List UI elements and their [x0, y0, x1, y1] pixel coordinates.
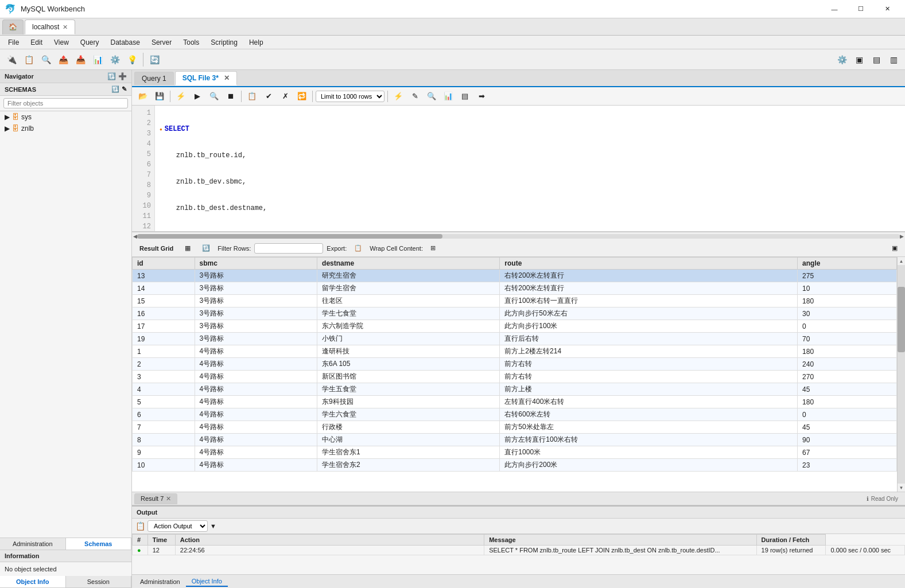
result-tab-7[interactable]: Result 7 ✕ [134, 493, 177, 504]
format-button[interactable]: ▤ [457, 89, 472, 104]
execute-button[interactable]: ⚡ [173, 89, 188, 104]
menu-file[interactable]: File [2, 37, 25, 48]
col-id[interactable]: id [133, 258, 195, 270]
migration-wizard-button[interactable]: 🔄 [146, 52, 162, 68]
code-area[interactable]: ●SELECT znlb.tb_route.id, znlb.tb_dev.sb… [155, 106, 905, 232]
output-arrow-icon[interactable]: ▼ [210, 523, 216, 529]
add-icon[interactable]: ➕ [118, 72, 127, 80]
object-info-tab[interactable]: Object Info [0, 576, 66, 587]
schemas-add-icon[interactable]: ✎ [122, 85, 127, 93]
result-grid[interactable]: id sbmc destname route angle 133号路标研究生宿舍… [132, 257, 905, 492]
close-button[interactable]: ✕ [874, 0, 900, 18]
open-file-button[interactable]: 📂 [135, 89, 150, 104]
col-sbmc[interactable]: sbmc [195, 258, 317, 270]
rollback-button[interactable]: ✗ [278, 89, 293, 104]
bottom-tab-admin[interactable]: Administration [134, 577, 186, 586]
menu-scripting[interactable]: Scripting [205, 37, 243, 48]
commit-button[interactable]: ✔ [261, 89, 276, 104]
view-toggle-2[interactable]: ▤ [868, 52, 884, 68]
table-row[interactable]: 143号路标留学生宿舍右转200米左转直行10 [133, 282, 897, 295]
table-row[interactable]: 193号路标小铁门直行后右转70 [133, 333, 897, 345]
wrap-toggle-button[interactable]: ⊞ [426, 243, 440, 254]
limit-rows-select[interactable]: Limit to 1000 rows No limit Limit to 10 … [316, 91, 384, 102]
table-row[interactable]: 14号路标逢研科技前方上2楼左转214180 [133, 345, 897, 358]
col-route[interactable]: route [500, 258, 798, 270]
explain-query-button[interactable]: 🔍 [207, 89, 222, 104]
result-grid-button[interactable]: Result Grid [135, 243, 177, 254]
view-toggle-1[interactable]: ▣ [851, 52, 867, 68]
menu-query[interactable]: Query [75, 37, 105, 48]
new-connection-button[interactable]: 🔌 [3, 52, 20, 68]
grid-view-icon[interactable]: ▦ [181, 243, 195, 254]
query-stats-button[interactable]: 📊 [441, 89, 456, 104]
refresh-icon[interactable]: 🔃 [107, 72, 116, 80]
schema-item-znlb[interactable]: ▶ 🗄 znlb [0, 123, 131, 134]
schema-inspector-button[interactable]: 🔍 [38, 52, 54, 68]
table-row[interactable]: 173号路标东六制造学院此方向步行100米0 [133, 320, 897, 333]
connection-tab-localhost[interactable]: localhost ✕ [25, 20, 75, 34]
table-row[interactable]: 104号路标学生宿舍东2此方向步行200米23 [133, 459, 897, 472]
sidebar-tab-schemas[interactable]: Schemas [66, 538, 132, 550]
execute-all-button[interactable]: ⚡ [391, 89, 406, 104]
table-row[interactable]: 44号路标学生五食堂前方上楼45 [133, 383, 897, 396]
refresh-results-icon[interactable]: 🔃 [198, 243, 214, 254]
table-row[interactable]: 133号路标研究生宿舍右转200米左转直行275 [133, 270, 897, 282]
table-data-export-button[interactable]: 📤 [55, 52, 71, 68]
menu-tools[interactable]: Tools [177, 37, 205, 48]
table-row[interactable]: 34号路标新区图书馆前方右转270 [133, 371, 897, 383]
menu-server[interactable]: Server [146, 37, 177, 48]
vscroll-down[interactable]: ▼ [898, 484, 905, 492]
view-toggle-3[interactable]: ▥ [885, 52, 902, 68]
table-data-import-button[interactable]: 📥 [72, 52, 88, 68]
query-tab-sqlfile3[interactable]: SQL File 3* ✕ [175, 71, 237, 85]
sidebar-tab-administration[interactable]: Administration [0, 538, 66, 550]
action-output-select[interactable]: Action Output History Output Text Output [147, 520, 208, 532]
table-row[interactable]: 64号路标学生六食堂右转600米左转0 [133, 408, 897, 421]
menu-help[interactable]: Help [243, 37, 269, 48]
vscroll-up[interactable]: ▲ [898, 257, 905, 265]
stop-button[interactable]: ⏹ [223, 89, 238, 104]
performance-report-button[interactable]: 📊 [90, 52, 106, 68]
editor-hscroll[interactable]: ◀ ▶ [132, 232, 905, 240]
minimize-button[interactable]: — [821, 0, 848, 18]
export-button[interactable]: 📋 [350, 243, 366, 254]
scroll-right-icon[interactable]: ▶ [900, 233, 904, 239]
schemas-refresh-icon[interactable]: 🔃 [111, 85, 119, 93]
toggle-action-output[interactable]: 📋 [244, 89, 259, 104]
session-tab[interactable]: Session [66, 576, 132, 587]
filter-rows-input[interactable] [254, 243, 323, 254]
performance-schema-button[interactable]: ⚙️ [107, 52, 123, 68]
col-angle[interactable]: angle [798, 258, 897, 270]
table-row[interactable]: 153号路标往老区直行100米右转一直直行180 [133, 295, 897, 307]
hscroll-track[interactable] [137, 234, 900, 239]
filter-objects-input[interactable] [3, 98, 128, 108]
maximize-button[interactable]: ☐ [848, 0, 874, 18]
explain-button[interactable]: 💡 [124, 52, 140, 68]
vscroll-track[interactable] [898, 265, 905, 484]
result-vscroll[interactable]: ▲ ▼ [897, 257, 905, 492]
table-row[interactable]: 163号路标学生七食堂此方向步行50米左右30 [133, 307, 897, 320]
menu-database[interactable]: Database [105, 37, 146, 48]
close-icon[interactable]: ✕ [63, 24, 68, 31]
toggle-autocommit[interactable]: 🔁 [294, 89, 309, 104]
col-destname[interactable]: destname [317, 258, 500, 270]
find-replace-button[interactable]: ✎ [407, 89, 422, 104]
vscroll-thumb[interactable] [898, 287, 905, 352]
schema-item-sys[interactable]: ▶ 🗄 sys [0, 111, 131, 123]
save-file-button[interactable]: 💾 [152, 89, 167, 104]
close-tab-icon[interactable]: ✕ [224, 74, 230, 82]
table-row[interactable]: 24号路标东6A 105前方右转240 [133, 358, 897, 371]
hscroll-thumb[interactable] [137, 234, 442, 239]
open-script-button[interactable]: 📋 [21, 52, 37, 68]
scroll-left-icon[interactable]: ◀ [133, 233, 137, 239]
sql-editor[interactable]: 1 2 3 4 5 6 7 8 9 10 11 12 13 ●SELECT [132, 106, 905, 232]
settings-button[interactable]: ⚙️ [834, 52, 850, 68]
home-tab[interactable]: 🏠 [2, 20, 24, 34]
bottom-tab-object-info[interactable]: Object Info [186, 577, 228, 587]
list-item[interactable]: ●1222:24:56SELECT * FROM znlb.tb_route L… [133, 546, 905, 555]
table-row[interactable]: 74号路标行政楼前方50米处靠左45 [133, 421, 897, 434]
menu-edit[interactable]: Edit [25, 37, 48, 48]
table-row[interactable]: 84号路标中心湖前方左转直行100米右转90 [133, 434, 897, 446]
execute-selection-button[interactable]: ▶ [190, 89, 205, 104]
menu-view[interactable]: View [48, 37, 75, 48]
